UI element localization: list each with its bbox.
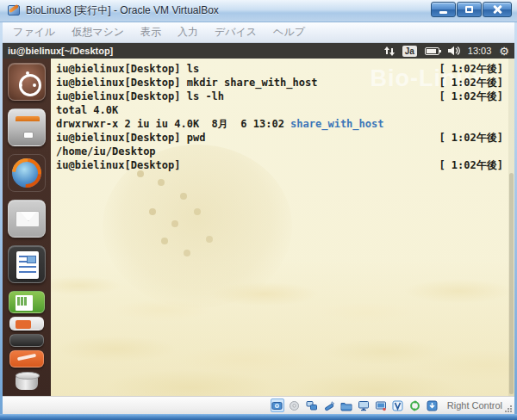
menu-file[interactable]: ファイル [13, 25, 55, 40]
video-capture-icon[interactable] [374, 398, 388, 412]
launcher-item-file-manager[interactable] [8, 108, 46, 146]
launcher-item-mail[interactable] [8, 200, 46, 238]
directory-name: share_with_host [290, 118, 383, 130]
menu-input[interactable]: 入力 [178, 25, 198, 40]
menu-view[interactable]: 表示 [140, 25, 161, 40]
virtualbox-app-icon [7, 4, 21, 18]
mouse-integration-icon[interactable] [408, 398, 422, 412]
unity-launcher [3, 59, 51, 396]
terminal-line-ls-output: drwxrwxr-x 2 iu iu 4.0K 8月 6 13:02 share… [56, 117, 503, 131]
menu-devices[interactable]: デバイス [215, 25, 257, 40]
minimize-icon [439, 11, 447, 14]
focused-window-title: iu@bielinux[~/Desktop] [8, 46, 113, 56]
terminal-line: iu@bielinux[Desktop] ls -lh [ 1:02午後] [56, 90, 503, 103]
hard-disks-icon[interactable] [271, 398, 284, 412]
close-icon [493, 5, 501, 14]
wallpaper-wheat [51, 258, 514, 396]
terminal-line: iu@bielinux[Desktop] pwd [ 1:02午後] [56, 131, 503, 145]
volume-icon[interactable] [447, 46, 460, 56]
host-key-label: Right Control [447, 400, 502, 411]
launcher-item-image-viewer[interactable] [9, 317, 44, 330]
optical-drives-icon[interactable] [288, 398, 302, 412]
terminal-line: iu@bielinux[Desktop] ls [ 1:02午後] [56, 62, 503, 76]
panel-indicators: Ja 13:03 ⚙ [385, 46, 509, 57]
maximize-button[interactable] [457, 2, 482, 17]
launcher-item-firefox[interactable] [8, 154, 46, 192]
keyboard-capture-icon[interactable] [426, 398, 439, 412]
launcher-fold [3, 291, 51, 395]
terminal-line: iu@bielinux[Desktop] mkdir share_with_ho… [56, 76, 503, 90]
mail-icon [16, 211, 40, 227]
terminal-window[interactable]: Bio-Linux iu@bielinux[Desktop] ls [ 1:02… [51, 59, 514, 396]
window-bottom-border [0, 414, 517, 420]
vm-desktop: Bio-Linux iu@bielinux[Desktop] ls [ 1:02… [3, 59, 514, 396]
caption-buttons [431, 0, 512, 17]
launcher-item-libreoffice-writer[interactable] [8, 245, 46, 283]
maximize-icon [465, 6, 473, 13]
virtualization-features-icon[interactable] [391, 398, 405, 412]
terminal-scrollbar-thumb[interactable] [509, 173, 514, 394]
terminal-line: total 4.0K [56, 103, 503, 117]
panel-clock[interactable]: 13:03 [468, 46, 492, 56]
vm-viewport[interactable]: iu@bielinux[~/Desktop] Ja 13:03 ⚙ [3, 43, 514, 396]
title-bar[interactable]: BioLinux8 [実行中] - Oracle VM VirtualBox [0, 0, 517, 22]
vbox-status-bar: Right Control [3, 396, 514, 414]
terminal-line: iu@bielinux[Desktop] [ 1:02午後] [56, 158, 503, 172]
launcher-item-screenshot-tool[interactable] [9, 350, 44, 368]
unity-top-panel: iu@bielinux[~/Desktop] Ja 13:03 ⚙ [3, 43, 514, 59]
input-method-indicator[interactable]: Ja [402, 46, 417, 57]
virtualbox-window: BioLinux8 [実行中] - Oracle VM VirtualBox フ… [0, 0, 517, 420]
menu-bar: ファイル 仮想マシン 表示 入力 デバイス ヘルプ [3, 22, 514, 43]
close-button[interactable] [483, 2, 512, 17]
terminal-scrollbar[interactable] [508, 59, 514, 396]
menu-machine[interactable]: 仮想マシン [72, 25, 124, 40]
launcher-item-bielinux-dash[interactable] [8, 63, 46, 101]
resize-grip[interactable] [505, 405, 513, 412]
shared-folders-icon[interactable] [339, 398, 353, 412]
usb-icon[interactable] [322, 398, 336, 412]
launcher-item-libreoffice-calc[interactable] [9, 291, 45, 313]
network-arrows-icon[interactable] [385, 46, 395, 56]
writer-document-icon [16, 251, 39, 279]
terminal-line: /home/iu/Desktop [56, 145, 503, 158]
network-adapters-icon[interactable] [305, 398, 319, 412]
launcher-item-terminal[interactable] [9, 334, 44, 347]
minimize-button[interactable] [431, 2, 456, 17]
firefox-icon [12, 158, 41, 188]
terminal-output: iu@bielinux[Desktop] ls [ 1:02午後] iu@bie… [51, 59, 514, 172]
session-gear-icon[interactable]: ⚙ [499, 46, 509, 57]
battery-icon[interactable] [425, 47, 439, 55]
display-icon[interactable] [357, 398, 371, 412]
window-title: BioLinux8 [実行中] - Oracle VM VirtualBox [26, 3, 219, 18]
launcher-item-trash[interactable] [10, 371, 43, 392]
menu-help[interactable]: ヘルプ [273, 25, 305, 40]
